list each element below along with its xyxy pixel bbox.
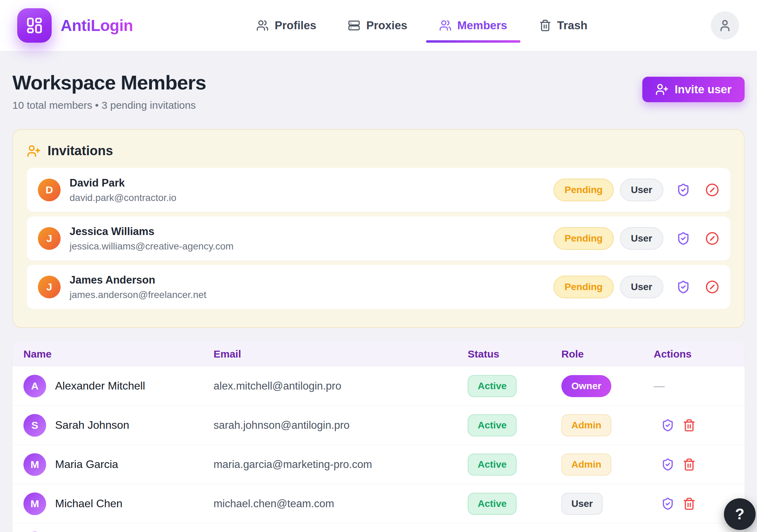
app-logo: [17, 8, 52, 43]
invitee: J James Anderson james.anderson@freelanc…: [38, 274, 206, 300]
tab-label: Members: [457, 19, 507, 32]
role-badge: Owner: [561, 375, 611, 397]
promote-role-button[interactable]: [676, 183, 690, 197]
avatar: M: [23, 453, 46, 476]
trash-icon: [683, 497, 696, 510]
column-header-name: Name: [23, 348, 214, 360]
member-cell: M Michael Chen: [23, 492, 214, 515]
member-email: michael.chen@team.com: [214, 498, 468, 510]
users-icon: [256, 19, 269, 32]
page-subtitle: 10 total members • 3 pending invitations: [12, 99, 206, 111]
server-icon: [348, 19, 360, 32]
invitee-name: James Anderson: [70, 274, 206, 286]
page-title: Workspace Members: [12, 71, 206, 94]
trash-icon: [539, 19, 551, 32]
promote-role-button[interactable]: [676, 232, 690, 245]
member-cell: S Sarah Johnson: [23, 414, 214, 437]
remove-member-button[interactable]: [683, 497, 696, 510]
role-badge: Admin: [561, 414, 611, 436]
member-email: sarah.johnson@antilogin.pro: [214, 419, 468, 432]
tab-label: Trash: [557, 19, 588, 32]
shield-check-icon: [661, 497, 674, 510]
avatar: S: [23, 414, 46, 437]
tab-trash[interactable]: Trash: [523, 0, 603, 51]
dashboard-grid-icon: [25, 16, 44, 35]
status-badge: Active: [468, 375, 517, 397]
tab-label: Proxies: [366, 19, 407, 32]
member-email: maria.garcia@marketing-pro.com: [214, 458, 468, 471]
change-role-button[interactable]: [661, 419, 674, 432]
help-button[interactable]: ?: [724, 498, 756, 530]
members-table: Name Email Status Role Actions A Alexand…: [12, 342, 745, 532]
tab-profiles[interactable]: Profiles: [240, 0, 332, 51]
status-cell: Active: [468, 454, 561, 476]
shield-check-icon: [661, 419, 674, 432]
actions-cell: —: [654, 380, 734, 392]
actions-cell: [654, 419, 734, 432]
main-content: Workspace Members 10 total members • 3 p…: [0, 71, 757, 532]
invitee-email: jessica.williams@creative-agency.com: [70, 241, 234, 252]
account-avatar-button[interactable]: [711, 11, 739, 40]
column-header-email: Email: [214, 348, 468, 360]
shield-check-icon: [676, 183, 690, 197]
member-cell: M Maria Garcia: [23, 453, 214, 476]
invitation-row: J Jessica Williams jessica.williams@crea…: [27, 216, 730, 260]
cancel-invitation-button[interactable]: [705, 232, 719, 245]
table-header-row: Name Email Status Role Actions: [12, 342, 745, 366]
page-header: Workspace Members 10 total members • 3 p…: [12, 71, 745, 111]
tab-proxies[interactable]: Proxies: [332, 0, 423, 51]
change-role-button[interactable]: [661, 497, 674, 510]
invite-user-button[interactable]: Invite user: [642, 77, 745, 102]
cancel-invitation-button[interactable]: [705, 280, 719, 294]
invitation-row: J James Anderson james.anderson@freelanc…: [27, 265, 730, 309]
status-badge: Pending: [553, 179, 613, 201]
column-header-status: Status: [468, 348, 561, 360]
status-badge: Active: [468, 454, 517, 476]
member-name: Sarah Johnson: [55, 419, 129, 432]
status-cell: Active: [468, 493, 561, 515]
avatar: D: [38, 179, 61, 201]
role-cell: User: [561, 493, 654, 515]
cancel-invitation-button[interactable]: [705, 183, 719, 197]
invite-user-label: Invite user: [675, 83, 732, 96]
promote-role-button[interactable]: [676, 280, 690, 294]
role-badge: User: [561, 493, 603, 515]
trash-icon: [683, 419, 696, 432]
column-header-actions: Actions: [654, 348, 734, 360]
table-row: E Emily Rodriguez emily.rodriguez@agency…: [12, 523, 745, 532]
role-badge: User: [620, 276, 663, 298]
shield-check-icon: [676, 280, 690, 294]
circle-x-icon: [705, 232, 719, 245]
tab-members[interactable]: Members: [423, 0, 523, 51]
member-name: Maria Garcia: [55, 458, 118, 471]
trash-icon: [683, 458, 696, 471]
active-tab-underline: [426, 40, 520, 43]
invitations-header: Invitations: [27, 141, 730, 168]
table-row: S Sarah Johnson sarah.johnson@antilogin.…: [12, 406, 745, 445]
role-badge: Admin: [561, 454, 611, 476]
invitation-controls: Pending User: [553, 179, 719, 201]
users-icon: [439, 19, 452, 32]
no-actions-dash: —: [654, 380, 665, 392]
invitee: J Jessica Williams jessica.williams@crea…: [38, 225, 234, 252]
circle-x-icon: [705, 280, 719, 294]
invitations-title: Invitations: [48, 143, 113, 158]
change-role-button[interactable]: [661, 458, 674, 471]
actions-cell: [654, 458, 734, 471]
role-cell: Owner: [561, 375, 654, 397]
status-cell: Active: [468, 414, 561, 436]
table-row: M Maria Garcia maria.garcia@marketing-pr…: [12, 445, 745, 484]
remove-member-button[interactable]: [683, 419, 696, 432]
table-row: M Michael Chen michael.chen@team.com Act…: [12, 484, 745, 523]
status-badge: Active: [468, 493, 517, 515]
user-plus-icon: [27, 144, 41, 158]
brand-name: AntiLogin: [61, 16, 133, 35]
role-badge: User: [620, 179, 663, 201]
invitation-row: D David Park david.park@contractor.io Pe…: [27, 168, 730, 212]
remove-member-button[interactable]: [683, 458, 696, 471]
member-cell: A Alexander Mitchell: [23, 375, 214, 397]
column-header-role: Role: [561, 348, 654, 360]
user-plus-icon: [655, 83, 668, 96]
invitation-controls: Pending User: [553, 227, 719, 250]
role-cell: Admin: [561, 414, 654, 436]
